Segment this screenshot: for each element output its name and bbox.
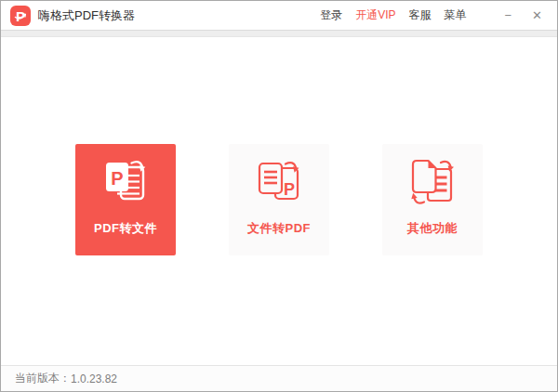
app-title: 嗨格式PDF转换器 xyxy=(38,7,135,24)
close-button[interactable]: ✕ xyxy=(529,7,545,23)
card2-icon-letter: P xyxy=(284,180,295,199)
menu-item-login[interactable]: 登录 xyxy=(320,7,342,23)
other-functions-icon xyxy=(405,154,460,210)
version-label: 当前版本： xyxy=(15,371,71,386)
main-area: P PDF转文件 P 文件转PDF xyxy=(1,37,557,365)
menu-item-support[interactable]: 客服 xyxy=(409,7,432,23)
card-file-to-pdf[interactable]: P 文件转PDF xyxy=(229,144,329,255)
menu-item-menu[interactable]: 菜单 xyxy=(445,7,467,23)
titlebar-separator xyxy=(1,30,557,37)
status-bar: 当前版本： 1.0.23.82 xyxy=(1,365,557,391)
pdf-to-file-icon: P xyxy=(98,154,153,210)
title-bar: P 嗨格式PDF转换器 登录 开通VIP 客服 菜单 − ✕ xyxy=(1,1,557,30)
card-other-functions[interactable]: 其他功能 xyxy=(382,144,483,255)
window-controls: − ✕ xyxy=(502,7,546,23)
menu-item-vip[interactable]: 开通VIP xyxy=(355,7,395,23)
card-label: PDF转文件 xyxy=(94,220,157,237)
app-logo-icon: P xyxy=(10,6,31,26)
card-pdf-to-file[interactable]: P PDF转文件 xyxy=(75,144,176,255)
file-to-pdf-icon: P xyxy=(251,154,307,210)
minimize-button[interactable]: − xyxy=(502,7,515,23)
card-label: 其他功能 xyxy=(407,220,458,237)
app-window: P 嗨格式PDF转换器 登录 开通VIP 客服 菜单 − ✕ xyxy=(0,0,558,392)
version-value: 1.0.23.82 xyxy=(71,372,117,385)
titlebar-menu: 登录 开通VIP 客服 菜单 − ✕ xyxy=(320,7,545,23)
card-label: 文件转PDF xyxy=(247,220,311,237)
card1-icon-letter: P xyxy=(111,168,123,189)
